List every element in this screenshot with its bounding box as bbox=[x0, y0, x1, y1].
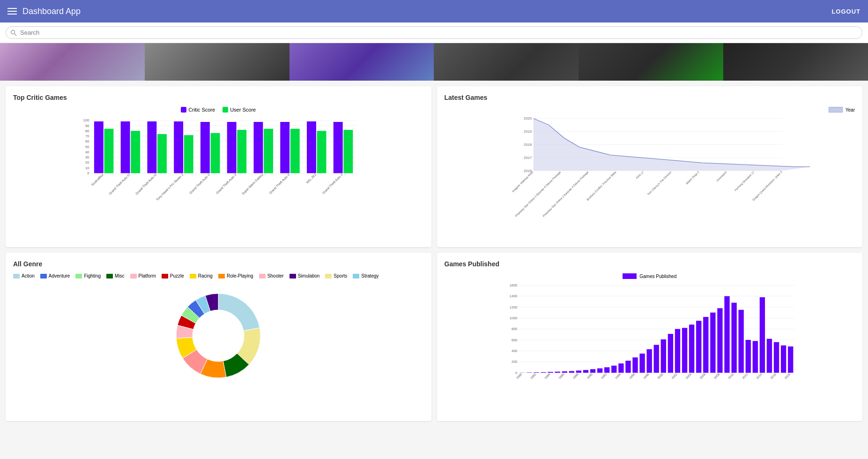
svg-text:FIFA 17: FIFA 17 bbox=[635, 170, 644, 179]
svg-rect-42 bbox=[253, 122, 263, 173]
console-carousel: PlaystationNintendo DSPlaystation 3WiiXb… bbox=[0, 43, 868, 81]
genre-legend-item: Racing bbox=[190, 273, 213, 278]
console-item-ps3[interactable]: Playstation 3 bbox=[289, 43, 434, 81]
svg-text:1982: 1982 bbox=[529, 372, 536, 379]
svg-rect-28 bbox=[131, 131, 140, 173]
console-item-psp[interactable]: Playstation P bbox=[723, 43, 868, 81]
genre-legend-item: Fighting bbox=[75, 273, 101, 278]
donut-chart-container bbox=[13, 284, 424, 387]
console-item-nds[interactable]: Nintendo DS bbox=[145, 43, 289, 81]
donut-chart-svg bbox=[167, 284, 270, 387]
svg-text:20: 20 bbox=[85, 160, 89, 165]
svg-text:2010: 2010 bbox=[727, 372, 734, 379]
svg-text:800: 800 bbox=[512, 327, 517, 331]
main-content: Top Critic Games Critic ScoreUser Score … bbox=[0, 81, 868, 253]
svg-text:1000: 1000 bbox=[509, 316, 517, 320]
svg-rect-133 bbox=[710, 313, 715, 373]
svg-rect-97 bbox=[541, 372, 546, 373]
svg-text:600: 600 bbox=[512, 338, 517, 342]
svg-text:Watch Dogs 2: Watch Dogs 2 bbox=[685, 170, 699, 185]
svg-text:Tony Hawk's Pro Skater 2: Tony Hawk's Pro Skater 2 bbox=[156, 173, 185, 202]
svg-text:2019: 2019 bbox=[524, 129, 532, 134]
genre-legend-item: Misc bbox=[106, 273, 125, 278]
svg-text:60: 60 bbox=[85, 139, 89, 143]
genre-legend-item: Shooter bbox=[259, 273, 284, 278]
svg-rect-124 bbox=[668, 334, 673, 373]
svg-text:1986: 1986 bbox=[557, 372, 564, 379]
pub-legend-box bbox=[623, 273, 637, 279]
svg-rect-45 bbox=[280, 122, 289, 173]
svg-rect-137 bbox=[731, 303, 736, 373]
genre-legend-item: Adventure bbox=[40, 273, 70, 278]
svg-rect-49 bbox=[317, 131, 326, 173]
svg-rect-139 bbox=[738, 310, 743, 373]
svg-text:1992: 1992 bbox=[600, 372, 607, 379]
genre-legend-item: Role-Playing bbox=[218, 273, 253, 278]
svg-text:1200: 1200 bbox=[509, 305, 517, 309]
search-input[interactable] bbox=[6, 26, 862, 39]
console-item-x360[interactable]: Xbox 360 bbox=[579, 43, 723, 81]
logout-button[interactable]: LOGOUT bbox=[831, 8, 861, 15]
console-item-wii[interactable]: Wii bbox=[434, 43, 579, 81]
svg-rect-40 bbox=[237, 130, 246, 173]
genre-legend-item: Puzzle bbox=[162, 273, 184, 278]
console-item-ps[interactable]: Playstation bbox=[0, 43, 145, 81]
legend-item: User Score bbox=[223, 107, 256, 113]
svg-rect-37 bbox=[211, 133, 220, 173]
svg-text:1600: 1600 bbox=[509, 283, 517, 287]
pub-legend: Games Published bbox=[445, 273, 855, 279]
latest-games-chart-svg: 20202019201820172016Imagine: Makeup Arti… bbox=[445, 114, 855, 227]
svg-rect-39 bbox=[227, 122, 237, 173]
svg-text:1988: 1988 bbox=[571, 372, 579, 379]
svg-rect-119 bbox=[646, 349, 652, 373]
svg-rect-101 bbox=[562, 371, 567, 373]
app-title: Dashboard App bbox=[22, 7, 81, 16]
svg-text:2018: 2018 bbox=[524, 143, 532, 147]
svg-rect-51 bbox=[334, 122, 343, 173]
svg-text:40: 40 bbox=[85, 150, 89, 154]
svg-rect-148 bbox=[780, 346, 786, 373]
svg-text:200: 200 bbox=[512, 360, 517, 364]
svg-line-1 bbox=[15, 34, 16, 36]
svg-rect-121 bbox=[653, 345, 659, 373]
svg-text:2012: 2012 bbox=[741, 372, 748, 379]
top-critic-legend: Critic ScoreUser Score bbox=[13, 107, 424, 113]
svg-text:10: 10 bbox=[85, 166, 89, 170]
svg-text:1998: 1998 bbox=[642, 372, 649, 379]
search-bar bbox=[0, 23, 868, 43]
svg-rect-136 bbox=[724, 296, 729, 373]
svg-rect-98 bbox=[548, 372, 553, 373]
svg-text:Imagine: Makeup Artist: Imagine: Makeup Artist bbox=[511, 171, 534, 193]
svg-text:1984: 1984 bbox=[543, 372, 550, 379]
svg-rect-140 bbox=[745, 340, 750, 373]
svg-text:0: 0 bbox=[515, 371, 517, 375]
svg-text:80: 80 bbox=[85, 129, 89, 133]
svg-text:30: 30 bbox=[85, 155, 89, 159]
svg-text:Grand Theft Auto V: Grand Theft Auto V bbox=[215, 173, 237, 195]
svg-text:2004: 2004 bbox=[685, 372, 692, 379]
latest-games-card: Latest Games Year 20202019201820172016Im… bbox=[437, 86, 863, 247]
svg-text:2020: 2020 bbox=[524, 116, 532, 120]
genre-legend-item: Strategy bbox=[353, 273, 378, 278]
svg-rect-122 bbox=[660, 339, 666, 373]
svg-text:Brothers Conflict: Precious Ba: Brothers Conflict: Precious Baby bbox=[586, 171, 616, 201]
svg-rect-131 bbox=[703, 317, 708, 373]
svg-text:1990: 1990 bbox=[586, 372, 593, 379]
svg-point-0 bbox=[11, 30, 15, 34]
svg-rect-109 bbox=[597, 369, 602, 373]
svg-text:Super Mario Galaxy: Super Mario Galaxy bbox=[241, 173, 264, 196]
svg-rect-118 bbox=[639, 354, 645, 373]
all-genre-card: All Genre ActionAdventureFightingMiscPla… bbox=[6, 253, 431, 421]
svg-text:Phantasy Star Online 2 Episode: Phantasy Star Online 2 Episode 4 Deluxe … bbox=[542, 170, 589, 217]
svg-text:2002: 2002 bbox=[670, 372, 677, 379]
pub-chart-svg: 0200400600800100012001400160019801982198… bbox=[445, 281, 855, 412]
svg-rect-48 bbox=[307, 121, 316, 173]
svg-rect-25 bbox=[104, 129, 114, 173]
svg-rect-52 bbox=[343, 130, 353, 173]
svg-rect-143 bbox=[759, 297, 764, 373]
svg-text:2006: 2006 bbox=[699, 372, 706, 379]
svg-text:Phantasy Star Online 2 Episode: Phantasy Star Online 2 Episode 4 Deluxe … bbox=[514, 170, 561, 217]
svg-rect-31 bbox=[157, 134, 167, 173]
year-legend-label: Year bbox=[846, 107, 855, 113]
hamburger-menu[interactable] bbox=[7, 8, 17, 15]
